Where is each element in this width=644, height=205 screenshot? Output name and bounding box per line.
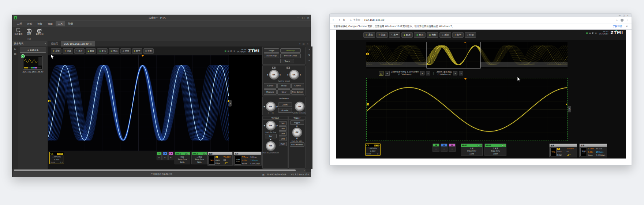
ch1-button[interactable]: CH1 xyxy=(279,121,287,126)
menu-tools[interactable]: 工具 xyxy=(56,21,65,26)
scope-toolbar-button[interactable]: Σ数学 xyxy=(132,48,142,54)
chrome-maximize-button[interactable]: □ xyxy=(623,14,625,16)
scope-toolbar-button[interactable]: ⚙系统 xyxy=(51,48,61,54)
url-text[interactable]: 192.168.138.49 xyxy=(364,19,385,22)
cursor-button[interactable]: Cursor xyxy=(264,83,277,89)
forward-icon[interactable]: → xyxy=(338,18,340,22)
bookmark-star-icon[interactable]: ☆ xyxy=(616,19,618,22)
zoom-window-select-icon[interactable]: ◰ xyxy=(379,71,383,76)
dock-devices-icon[interactable]: ⊡ xyxy=(14,48,16,51)
expand-handle[interactable]: ❯ xyxy=(229,100,232,107)
vertical-scale-knob[interactable]: OK xyxy=(266,120,276,131)
reload-icon[interactable]: ↻ xyxy=(342,18,345,22)
chrome-close-button[interactable]: × xyxy=(627,14,629,16)
web-afg2-box[interactable]: AFG2HiZ 三角波3Vpp 0mv1kHz xyxy=(484,144,506,156)
profile-avatar[interactable] xyxy=(621,19,624,22)
web-horizontal-box[interactable]: 水平 5.00us/div T-Time50.0us 0.00s250kpts … xyxy=(579,144,607,157)
address-bar[interactable]: ⚠ 不安全 | 192.168.138.49 xyxy=(348,18,613,22)
acquire-button[interactable]: Acquire xyxy=(278,108,292,112)
hamburger-icon[interactable]: ≡ xyxy=(308,59,311,62)
zoom-trigger-level-marker[interactable] xyxy=(566,103,567,105)
auto-setup-button[interactable]: Auto Setup xyxy=(264,53,279,58)
add-channel-button[interactable]: + xyxy=(441,146,447,152)
security-label[interactable]: 不安全 xyxy=(353,18,360,22)
channel-box-c4[interactable]: C4+ xyxy=(449,144,456,152)
zoom-pan-icon[interactable]: ✛ xyxy=(385,71,390,76)
add-channel-button[interactable]: + xyxy=(169,155,173,160)
menu-start[interactable]: 开始 xyxy=(25,21,34,26)
zoom-h-minus-button[interactable]: − xyxy=(426,71,430,75)
channel-box-c4[interactable]: C4+ xyxy=(168,152,173,160)
tab-home[interactable]: 起始页 xyxy=(48,41,61,46)
horizontal-scale-knob[interactable]: OK xyxy=(266,101,276,112)
scrollbar-thumb[interactable] xyxy=(14,169,296,171)
trigger-menu-button[interactable]: Trigger xyxy=(290,120,304,125)
scope-toolbar-button[interactable]: Σ数学 xyxy=(452,32,463,38)
function-b-knob[interactable]: OK xyxy=(289,70,299,80)
overview-waveform[interactable]: 1 xyxy=(366,42,568,68)
zoom-channel1-marker[interactable]: 1 xyxy=(367,103,369,105)
channel-box-c3[interactable]: C3+ xyxy=(441,144,448,152)
trigger-box[interactable]: 触发 TRG 1T 0.00V AutoDC Edge xyxy=(207,152,233,166)
zoomed-waveform-display[interactable]: 1 xyxy=(366,78,568,141)
web-channel1-box[interactable]: C1DC1M 1.00V/div0.00V 500M1:1 xyxy=(365,144,381,156)
menu-help[interactable]: 帮助 xyxy=(66,21,75,26)
scope-toolbar-button[interactable]: ▲触发 xyxy=(86,48,96,54)
kebab-menu-icon[interactable]: ⋮ xyxy=(626,19,629,22)
add-channel-button[interactable]: + xyxy=(163,155,167,160)
channel1-box[interactable]: C1DC1M 1.00V/div0.00V 500M1:1 xyxy=(49,152,64,164)
panel-close-icon[interactable]: × xyxy=(307,42,308,45)
overview-trigger-marker[interactable] xyxy=(464,42,466,43)
channel1-marker[interactable]: 1 xyxy=(48,100,50,102)
add-channel-button[interactable]: + xyxy=(433,146,439,152)
channel-box-c2[interactable]: C2+ xyxy=(433,144,439,152)
horizontal-scrollbar[interactable]: ▸ xyxy=(12,169,311,172)
dock-files-icon[interactable]: ▤ xyxy=(14,53,16,56)
menu-project[interactable]: 工程 xyxy=(15,21,24,26)
back-icon[interactable]: ← xyxy=(333,18,335,22)
device-card[interactable]: ✓ ZUS-192.168.138.49 xyxy=(22,56,44,73)
trigger-level-marker[interactable] xyxy=(227,100,229,102)
add-channel-button[interactable]: + xyxy=(449,146,455,152)
default-setup-button[interactable]: Default Setup xyxy=(280,53,301,58)
zoom-v-minus-button[interactable]: − xyxy=(459,71,463,75)
utility-button[interactable]: Utility xyxy=(277,83,290,89)
scope-toolbar-button[interactable]: ∿水平 xyxy=(74,48,85,54)
clear-button[interactable]: Clear xyxy=(277,89,290,95)
scope-toolbar-button[interactable]: ◑显示 xyxy=(414,32,426,38)
trigger-position-marker[interactable] xyxy=(142,55,144,57)
scope-toolbar-button[interactable]: ∠测量 xyxy=(120,48,131,54)
remote-desktop-button[interactable]: 远程桌面 xyxy=(14,28,23,38)
run-stop-button[interactable]: Run/Stop xyxy=(280,48,301,53)
horizontal-box[interactable]: 水平 5.00us/div T-Time50.0us 0.00s250kpts … xyxy=(233,152,262,166)
search-button[interactable]: Search xyxy=(291,83,304,89)
single-button[interactable]: Single xyxy=(264,48,279,53)
menu-device[interactable]: 设备 xyxy=(35,21,45,26)
expand-panel-icon[interactable]: « xyxy=(308,48,310,51)
gear-icon[interactable]: ⚙ xyxy=(308,53,310,56)
ch4-button[interactable]: CH4 xyxy=(279,137,287,141)
zoom-trigger-marker[interactable] xyxy=(464,78,467,80)
web-afg1-box[interactable]: AFG150Ω 方波3Vpp 0mv1kHz xyxy=(461,144,483,156)
menu-view[interactable]: 视图 xyxy=(45,21,55,26)
measure-button[interactable]: Measure xyxy=(264,89,277,95)
scope-toolbar-button[interactable]: ✛信源 xyxy=(63,48,73,54)
overview-channel1-marker[interactable]: 1 xyxy=(366,53,369,55)
channel-box-c3[interactable]: C3+ xyxy=(162,152,168,160)
scope-toolbar-button[interactable]: ▦光标 xyxy=(109,48,119,54)
zoom-v-plus-button[interactable]: + xyxy=(453,71,457,75)
scope-toolbar-button[interactable]: ∿水平 xyxy=(389,32,401,38)
minimize-button[interactable]: — xyxy=(297,16,300,19)
ch2-button[interactable]: CH2 xyxy=(279,126,287,131)
channel-box-c2[interactable]: C2+ xyxy=(157,152,162,160)
chrome-minimize-button[interactable]: — xyxy=(619,14,621,16)
panel-status-icon[interactable]: ▬ xyxy=(228,50,229,52)
waveform-display[interactable]: 1 xyxy=(48,55,229,151)
zoom-button[interactable]: Zoom xyxy=(278,102,292,107)
tab-device[interactable]: ZUS-192.168.138.49 × xyxy=(61,41,95,46)
screenshot-button[interactable]: 截屏 xyxy=(24,28,34,38)
scope-toolbar-button[interactable]: ▦光标 xyxy=(427,32,438,38)
panel-pin-icon[interactable]: ▾ xyxy=(299,42,300,45)
scope-toolbar-button[interactable]: Q分析 xyxy=(465,32,476,38)
learn-more-link[interactable]: 了解详情 xyxy=(613,25,622,28)
